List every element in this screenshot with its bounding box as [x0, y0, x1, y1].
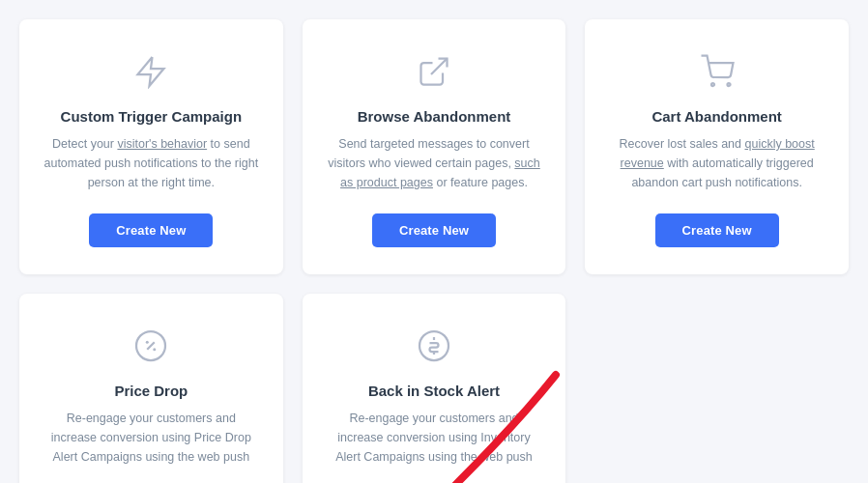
svg-point-5	[146, 341, 149, 344]
card-cart-abandonment: Cart Abandonment Recover lost sales and …	[585, 19, 849, 274]
svg-point-6	[154, 348, 157, 351]
card-price-drop: Price Drop Re-engage your customers and …	[19, 294, 283, 483]
svg-point-1	[711, 83, 714, 86]
card-title-custom-trigger: Custom Trigger Campaign	[61, 108, 243, 125]
external-link-icon	[411, 48, 457, 95]
svg-line-0	[431, 59, 448, 75]
card-desc-back-in-stock: Re-engage your customers and increase co…	[326, 409, 543, 467]
card-title-back-in-stock: Back in Stock Alert	[368, 383, 500, 399]
card-desc-custom-trigger: Detect your visitor's behavior to send a…	[43, 134, 260, 192]
campaign-grid-top: Custom Trigger Campaign Detect your visi…	[19, 19, 849, 274]
create-new-button-cart-abandonment[interactable]: Create New	[655, 213, 779, 247]
card-browse-abandonment: Browse Abandonment Send targeted message…	[303, 19, 566, 274]
card-desc-price-drop: Re-engage your customers and increase co…	[43, 409, 260, 467]
card-title-browse-abandonment: Browse Abandonment	[358, 108, 511, 125]
card-title-cart-abandonment: Cart Abandonment	[651, 108, 781, 125]
card-custom-trigger: Custom Trigger Campaign Detect your visi…	[19, 19, 283, 274]
svg-point-7	[420, 331, 448, 360]
campaign-grid-bottom: Price Drop Re-engage your customers and …	[19, 294, 849, 483]
svg-line-4	[148, 342, 156, 350]
percent-icon	[128, 323, 174, 369]
create-new-button-browse-abandonment[interactable]: Create New	[372, 213, 496, 247]
card-back-in-stock: Back in Stock Alert Re-engage your custo…	[303, 294, 566, 483]
card-title-price-drop: Price Drop	[114, 383, 188, 399]
svg-point-2	[727, 83, 730, 86]
card-desc-cart-abandonment: Recover lost sales and quickly boost rev…	[608, 134, 825, 192]
bolt-icon	[128, 48, 174, 95]
create-new-button-custom-trigger[interactable]: Create New	[89, 213, 213, 247]
card-desc-browse-abandonment: Send targeted messages to convert visito…	[326, 134, 543, 192]
cart-icon	[694, 48, 740, 95]
dollar-icon	[411, 323, 457, 369]
empty-slot	[585, 294, 849, 483]
